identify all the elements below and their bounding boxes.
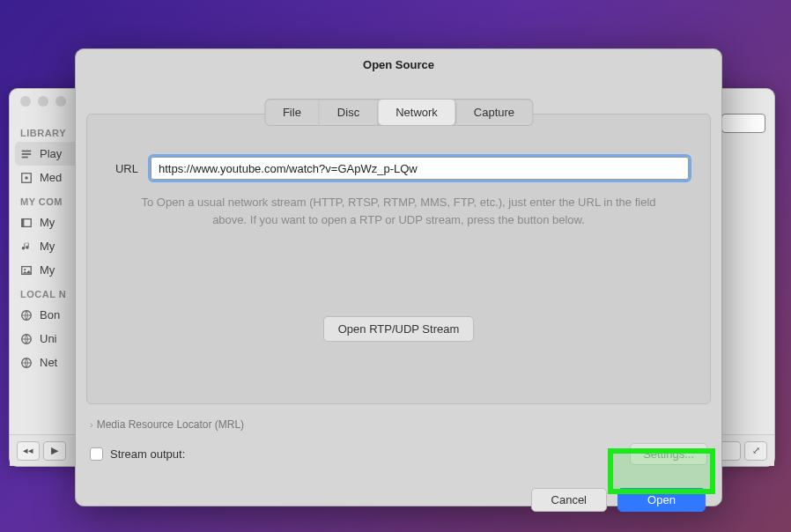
minimize-window-button[interactable] bbox=[38, 96, 48, 107]
dialog-title: Open Source bbox=[76, 49, 721, 78]
network-icon bbox=[20, 357, 33, 369]
svg-rect-0 bbox=[22, 150, 32, 151]
picture-icon bbox=[20, 264, 33, 277]
sidebar-item-label: Bon bbox=[40, 308, 60, 321]
network-panel: File Disc Network Capture URL To Open a … bbox=[86, 114, 711, 404]
music-icon bbox=[20, 240, 33, 253]
mrl-label: Media Resource Locator (MRL) bbox=[97, 418, 244, 431]
media-icon bbox=[20, 172, 33, 184]
svg-point-8 bbox=[24, 269, 26, 270]
tab-file[interactable]: File bbox=[265, 100, 320, 125]
zoom-window-button[interactable] bbox=[55, 96, 66, 107]
tab-disc[interactable]: Disc bbox=[320, 100, 378, 125]
sidebar-item-label: Med bbox=[40, 171, 62, 184]
open-source-dialog: Open Source File Disc Network Capture UR… bbox=[75, 48, 722, 506]
open-rtp-udp-button[interactable]: Open RTP/UDP Stream bbox=[323, 316, 475, 342]
tab-capture[interactable]: Capture bbox=[456, 100, 532, 125]
svg-rect-2 bbox=[22, 156, 28, 158]
video-icon bbox=[20, 217, 33, 229]
network-icon bbox=[20, 309, 33, 321]
mrl-disclosure[interactable]: › Media Resource Locator (MRL) bbox=[86, 411, 711, 438]
play-button[interactable]: ▶ bbox=[43, 441, 66, 461]
open-button[interactable]: Open bbox=[617, 488, 706, 512]
stream-output-checkbox[interactable] bbox=[90, 447, 103, 461]
playlist-icon bbox=[20, 148, 33, 160]
sidebar-item-label: Play bbox=[40, 147, 62, 160]
stream-output-label: Stream output: bbox=[110, 447, 185, 461]
url-input[interactable] bbox=[151, 157, 689, 180]
rewind-button[interactable]: ◂◂ bbox=[17, 441, 40, 461]
source-tabs: File Disc Network Capture bbox=[264, 99, 533, 126]
svg-rect-6 bbox=[22, 218, 25, 226]
help-text: To Open a usual network stream (HTTP, RT… bbox=[108, 194, 689, 228]
sidebar-item-label: Uni bbox=[40, 332, 57, 345]
svg-point-4 bbox=[25, 176, 28, 180]
search-input[interactable] bbox=[721, 114, 765, 133]
close-window-button[interactable] bbox=[20, 96, 31, 107]
tab-network[interactable]: Network bbox=[378, 100, 456, 125]
sidebar-item-label: My bbox=[40, 216, 55, 229]
svg-rect-1 bbox=[22, 153, 32, 155]
settings-button[interactable]: Settings... bbox=[630, 443, 707, 465]
cancel-button[interactable]: Cancel bbox=[531, 488, 607, 512]
fullscreen-button[interactable]: ⤢ bbox=[744, 441, 767, 461]
sidebar-item-label: Net bbox=[40, 356, 57, 369]
sidebar-item-label: My bbox=[40, 240, 55, 253]
url-label: URL bbox=[108, 162, 138, 175]
chevron-right-icon: › bbox=[90, 419, 93, 430]
sidebar-item-label: My bbox=[40, 263, 55, 277]
window-controls bbox=[20, 96, 66, 107]
network-icon bbox=[20, 333, 33, 345]
